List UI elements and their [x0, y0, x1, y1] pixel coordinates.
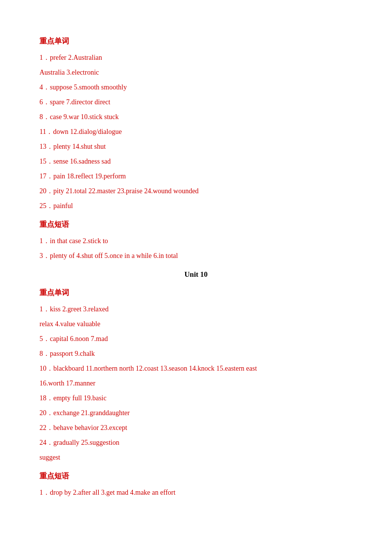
- section-heading: 重点单词: [39, 35, 353, 48]
- content-line: suggest: [39, 451, 353, 465]
- page-content: 重点单词1．prefer 2.AustralianAustralia 3.ele…: [39, 35, 353, 500]
- section-heading: 重点短语: [39, 470, 353, 483]
- content-line: 4．suppose 5.smooth smoothly: [39, 81, 353, 94]
- content-line: 17．pain 18.reflect 19.perform: [39, 170, 353, 183]
- content-line: 1．prefer 2.Australian: [39, 51, 353, 65]
- content-line: 18．empty full 19.basic: [39, 391, 353, 405]
- content-line: 16.worth 17.manner: [39, 377, 353, 390]
- content-line: 25．painful: [39, 199, 353, 213]
- content-line: 1．in that case 2.stick to: [39, 234, 353, 248]
- content-line: 1．drop by 2.after all 3.get mad 4.make a…: [39, 486, 353, 500]
- content-line: 6．spare 7.director direct: [39, 95, 353, 109]
- content-line: 8．passport 9.chalk: [39, 347, 353, 361]
- content-line: 20．pity 21.total 22.master 23.praise 24.…: [39, 184, 353, 198]
- content-line: 8．case 9.war 10.stick stuck: [39, 110, 353, 124]
- content-line: 15．sense 16.sadness sad: [39, 155, 353, 169]
- content-line: Australia 3.electronic: [39, 66, 353, 80]
- content-line: 10．blackboard 11.northern north 12.coast…: [39, 362, 353, 376]
- section-heading: 重点单词: [39, 286, 353, 299]
- content-line: relax 4.value valuable: [39, 317, 353, 331]
- content-line: 5．capital 6.noon 7.mad: [39, 332, 353, 346]
- section-heading: 重点短语: [39, 218, 353, 231]
- unit-title: Unit 10: [39, 268, 353, 281]
- content-line: 24．gradually 25.suggestion: [39, 436, 353, 450]
- content-line: 20．exchange 21.granddaughter: [39, 406, 353, 420]
- content-line: 3．plenty of 4.shut off 5.once in a while…: [39, 249, 353, 263]
- content-line: 13．plenty 14.shut shut: [39, 140, 353, 154]
- content-line: 22．behave behavior 23.except: [39, 421, 353, 435]
- content-line: 1．kiss 2.greet 3.relaxed: [39, 302, 353, 316]
- content-line: 11．down 12.dialog/dialogue: [39, 125, 353, 139]
